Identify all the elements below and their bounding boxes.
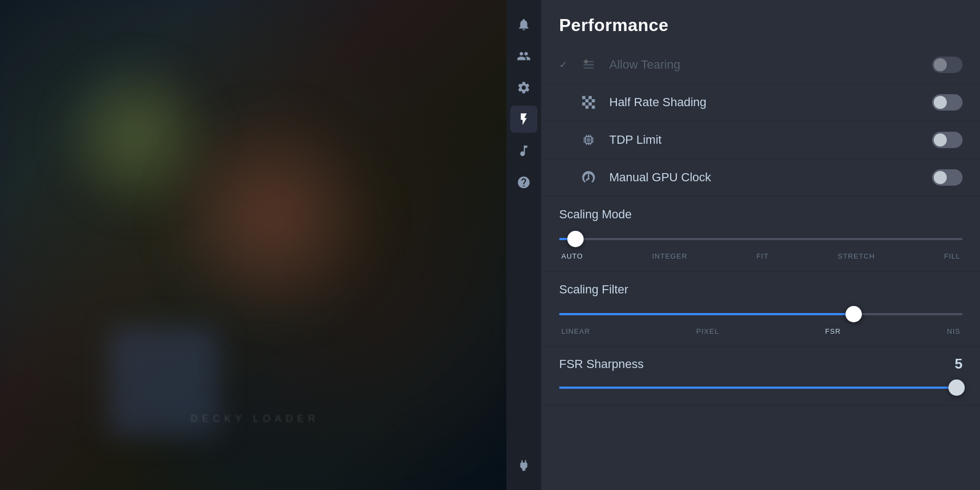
shading-svg-icon [581, 95, 596, 110]
tearing-svg-icon [581, 57, 596, 72]
fsr-sharpness-title: FSR Sharpness [559, 357, 644, 371]
manual-gpu-clock-toggle[interactable] [932, 169, 963, 186]
scaling-option-fill[interactable]: FILL [944, 252, 960, 260]
allow-tearing-toggle[interactable] [932, 57, 963, 73]
tearing-checkmark: ✓ [559, 59, 572, 71]
friends-icon [517, 49, 531, 63]
scaling-filter-label: Scaling Filter [559, 283, 628, 296]
fsr-sharpness-fill [559, 387, 963, 389]
setting-row-allow-tearing: ✓ Allow Tearing [542, 46, 980, 84]
gear-icon [517, 81, 531, 95]
tdp-limit-toggle[interactable] [932, 132, 963, 148]
scaling-filter-track[interactable] [559, 313, 963, 315]
scaling-option-stretch[interactable]: STRETCH [838, 252, 875, 260]
scaling-mode-slider-container[interactable] [559, 228, 963, 250]
filter-option-fsr[interactable]: FSR [825, 327, 841, 335]
sidebar-item-help[interactable] [510, 169, 537, 196]
game-background: DECKY LOADER [0, 0, 506, 490]
scaling-filter-labels: LINEAR PIXEL FSR NIS [559, 327, 963, 335]
scaling-mode-section: Scaling Mode AUTO INTEGER FIT STRETCH FI… [542, 197, 980, 272]
sidebar [506, 0, 542, 490]
setting-row-manual-gpu-clock: Manual GPU Clock [542, 159, 980, 197]
scaling-mode-track[interactable] [559, 238, 963, 240]
sidebar-item-power[interactable] [510, 452, 537, 479]
allow-tearing-knob [934, 58, 947, 71]
scaling-mode-knob[interactable] [567, 231, 584, 247]
sidebar-item-friends[interactable] [510, 42, 537, 70]
main-panel: Performance ✓ Allow Tearing [542, 0, 980, 490]
scaling-option-integer[interactable]: INTEGER [652, 252, 688, 260]
music-icon [517, 144, 531, 158]
svg-rect-4 [582, 102, 585, 106]
fsr-header: FSR Sharpness 5 [559, 356, 963, 372]
filter-option-nis[interactable]: NIS [947, 327, 960, 335]
manual-gpu-clock-label: Manual GPU Clock [609, 170, 932, 185]
scaling-mode-header: Scaling Mode [559, 203, 963, 228]
tdp-svg-icon [581, 132, 596, 148]
fsr-sharpness-section: FSR Sharpness 5 [542, 347, 980, 406]
scaling-filter-fill [559, 313, 854, 315]
sidebar-item-performance[interactable] [510, 106, 537, 133]
setting-row-tdp-limit: TDP Limit [542, 121, 980, 159]
half-rate-shading-label: Half Rate Shading [609, 95, 932, 109]
sidebar-item-notifications[interactable] [510, 11, 537, 38]
sidebar-item-settings[interactable] [510, 74, 537, 101]
shading-icon [579, 93, 598, 112]
fsr-sharpness-value: 5 [955, 356, 963, 372]
scaling-filter-section: Scaling Filter LINEAR PIXEL FSR NIS [542, 272, 980, 347]
scaling-option-auto[interactable]: AUTO [561, 252, 583, 260]
scaling-option-fit[interactable]: FIT [756, 252, 769, 260]
svg-rect-6 [585, 106, 589, 109]
game-blur-text: DECKY LOADER [191, 413, 320, 425]
half-rate-shading-knob [934, 96, 947, 109]
filter-option-linear[interactable]: LINEAR [561, 327, 590, 335]
setting-row-half-rate-shading: Half Rate Shading [542, 84, 980, 121]
svg-rect-5 [589, 102, 592, 106]
svg-rect-9 [587, 138, 591, 142]
svg-rect-7 [592, 106, 595, 109]
plug-icon [517, 458, 531, 473]
filter-option-pixel[interactable]: PIXEL [696, 327, 719, 335]
scaling-filter-slider-container[interactable] [559, 303, 963, 325]
scaling-filter-header: Scaling Filter [559, 278, 963, 303]
scaling-filter-knob[interactable] [846, 306, 862, 322]
fsr-sharpness-slider-container[interactable] [559, 377, 963, 399]
allow-tearing-label: Allow Tearing [609, 58, 932, 72]
svg-rect-3 [592, 99, 595, 102]
tdp-icon [579, 130, 598, 150]
tdp-limit-knob [934, 133, 947, 146]
svg-rect-2 [585, 99, 589, 102]
panel-header: Performance [542, 0, 980, 46]
question-icon [517, 175, 531, 189]
bell-icon [517, 17, 531, 32]
fsr-sharpness-knob[interactable] [948, 379, 965, 396]
manual-gpu-clock-knob [934, 171, 947, 184]
svg-point-22 [587, 178, 590, 180]
tdp-limit-label: TDP Limit [609, 133, 932, 147]
gpu-svg-icon [581, 170, 596, 185]
settings-list: ✓ Allow Tearing [542, 46, 980, 416]
half-rate-shading-toggle[interactable] [932, 94, 963, 111]
scaling-mode-label: Scaling Mode [559, 207, 632, 221]
scaling-mode-labels: AUTO INTEGER FIT STRETCH FILL [559, 252, 963, 260]
gpu-icon [579, 168, 598, 187]
lightning-icon [517, 112, 531, 126]
tearing-icon [579, 55, 598, 75]
svg-rect-0 [582, 96, 585, 99]
svg-rect-1 [589, 96, 592, 99]
sidebar-item-music[interactable] [510, 137, 537, 164]
fsr-sharpness-track[interactable] [559, 387, 963, 389]
panel-title: Performance [559, 15, 963, 35]
